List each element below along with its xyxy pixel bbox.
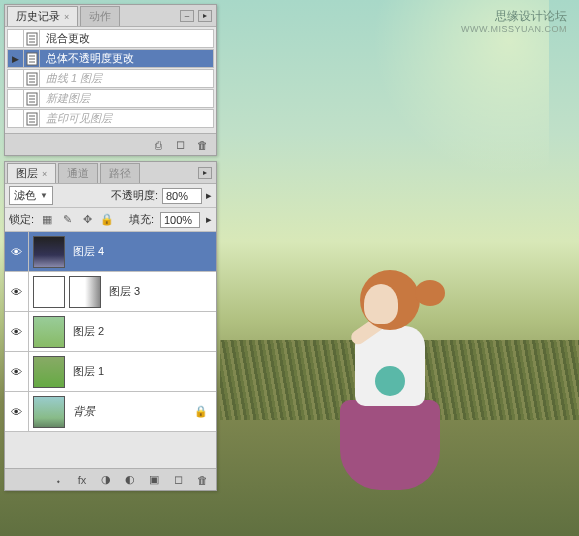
layer-thumbnail[interactable]: [33, 236, 65, 268]
history-item[interactable]: ▶总体不透明度更改: [7, 49, 214, 68]
new-layer-icon[interactable]: ◻: [170, 473, 186, 487]
history-item-label: 总体不透明度更改: [40, 51, 213, 66]
fill-slider-icon[interactable]: ▸: [206, 213, 212, 226]
history-step-icon: [24, 50, 40, 67]
fx-icon[interactable]: fx: [74, 473, 90, 487]
layer-thumbnail[interactable]: [33, 356, 65, 388]
fill-input[interactable]: 100%: [160, 212, 200, 228]
visibility-toggle[interactable]: 👁: [5, 312, 29, 351]
watermark-text: 思缘设计论坛: [495, 8, 567, 25]
chevron-down-icon: ▼: [40, 191, 48, 200]
layers-tab-bar: 图层× 通道 路径 ▸: [5, 162, 216, 184]
layer-label[interactable]: 图层 4: [65, 244, 216, 259]
layer-label[interactable]: 图层 1: [65, 364, 216, 379]
blend-mode-select[interactable]: 滤色 ▼: [9, 186, 53, 205]
trash-icon[interactable]: 🗑: [194, 473, 210, 487]
new-snapshot-icon[interactable]: ◻: [172, 138, 188, 152]
history-item-label: 混合更改: [40, 31, 213, 46]
visibility-toggle[interactable]: 👁: [5, 272, 29, 311]
watermark-url: WWW.MISSYUAN.COM: [461, 24, 567, 34]
history-marker-slot[interactable]: [8, 90, 24, 107]
tab-channels[interactable]: 通道: [58, 163, 98, 183]
blend-opacity-row: 滤色 ▼ 不透明度: 80% ▸: [5, 184, 216, 208]
lock-transparent-icon[interactable]: ▦: [40, 213, 54, 227]
group-icon[interactable]: ▣: [146, 473, 162, 487]
history-item[interactable]: 混合更改: [7, 29, 214, 48]
layer-row[interactable]: 👁背景🔒: [5, 392, 216, 432]
adjustment-icon[interactable]: ◐: [122, 473, 138, 487]
tab-history-label: 历史记录: [16, 10, 60, 22]
history-tab-bar: 历史记录× 动作 – ▸: [5, 5, 216, 27]
panel-menu-icon[interactable]: ▸: [198, 167, 212, 179]
layer-row[interactable]: 👁图层 2: [5, 312, 216, 352]
layer-label[interactable]: 背景: [65, 404, 194, 419]
history-footer: ⎙ ◻ 🗑: [5, 133, 216, 155]
eye-icon: 👁: [11, 246, 22, 258]
visibility-toggle[interactable]: 👁: [5, 352, 29, 391]
eye-icon: 👁: [11, 286, 22, 298]
fill-label: 填充:: [129, 212, 154, 227]
history-marker-slot[interactable]: [8, 110, 24, 127]
opacity-slider-icon[interactable]: ▸: [206, 189, 212, 202]
history-list: 混合更改▶总体不透明度更改曲线 1 图层新建图层盖印可见图层: [5, 27, 216, 131]
snapshot-icon[interactable]: ⎙: [150, 138, 166, 152]
layer-row[interactable]: 👁图层 3: [5, 272, 216, 312]
layer-label[interactable]: 图层 2: [65, 324, 216, 339]
history-step-icon: [24, 90, 40, 107]
tab-history[interactable]: 历史记录×: [7, 6, 78, 26]
layer-row[interactable]: 👁图层 4: [5, 232, 216, 272]
lock-icon: 🔒: [194, 405, 208, 418]
history-item-label: 盖印可见图层: [40, 111, 213, 126]
visibility-toggle[interactable]: 👁: [5, 232, 29, 271]
eye-icon: 👁: [11, 326, 22, 338]
mask-icon[interactable]: ◑: [98, 473, 114, 487]
trash-icon[interactable]: 🗑: [194, 138, 210, 152]
opacity-label: 不透明度:: [111, 188, 158, 203]
history-step-icon: [24, 70, 40, 87]
lock-brush-icon[interactable]: ✎: [60, 213, 74, 227]
tab-actions[interactable]: 动作: [80, 6, 120, 26]
lock-all-icon[interactable]: 🔒: [100, 213, 114, 227]
visibility-toggle[interactable]: 👁: [5, 392, 29, 431]
lock-move-icon[interactable]: ✥: [80, 213, 94, 227]
history-marker-slot[interactable]: ▶: [8, 50, 24, 67]
photo-figure: [300, 250, 500, 530]
history-step-icon: [24, 110, 40, 127]
lock-label: 锁定:: [9, 212, 34, 227]
history-item-label: 曲线 1 图层: [40, 71, 213, 86]
layer-mask-thumbnail[interactable]: [69, 276, 101, 308]
panel-minimize-icon[interactable]: –: [180, 10, 194, 22]
tab-paths[interactable]: 路径: [100, 163, 140, 183]
eye-icon: 👁: [11, 406, 22, 418]
link-layers-icon[interactable]: ⬩: [50, 473, 66, 487]
close-icon[interactable]: ×: [64, 12, 69, 22]
layer-thumbnail[interactable]: [33, 396, 65, 428]
history-marker-slot[interactable]: [8, 70, 24, 87]
layer-list: 👁图层 4👁图层 3👁图层 2👁图层 1👁背景🔒: [5, 232, 216, 432]
play-icon: ▶: [12, 54, 19, 64]
history-item[interactable]: 曲线 1 图层: [7, 69, 214, 88]
tab-layers-label: 图层: [16, 167, 38, 179]
lock-fill-row: 锁定: ▦ ✎ ✥ 🔒 填充: 100% ▸: [5, 208, 216, 232]
blend-mode-value: 滤色: [14, 188, 36, 203]
eye-icon: 👁: [11, 366, 22, 378]
layer-thumbnail[interactable]: [33, 316, 65, 348]
tab-layers[interactable]: 图层×: [7, 163, 56, 183]
layer-label[interactable]: 图层 3: [101, 284, 216, 299]
history-item[interactable]: 盖印可见图层: [7, 109, 214, 128]
close-icon[interactable]: ×: [42, 169, 47, 179]
panel-menu-icon[interactable]: ▸: [198, 10, 212, 22]
history-step-icon: [24, 30, 40, 47]
layer-thumbnail[interactable]: [33, 276, 65, 308]
layers-footer: ⬩ fx ◑ ◐ ▣ ◻ 🗑: [5, 468, 216, 490]
history-panel: 历史记录× 动作 – ▸ 混合更改▶总体不透明度更改曲线 1 图层新建图层盖印可…: [4, 4, 217, 156]
history-item[interactable]: 新建图层: [7, 89, 214, 108]
history-item-label: 新建图层: [40, 91, 213, 106]
layer-row[interactable]: 👁图层 1: [5, 352, 216, 392]
opacity-input[interactable]: 80%: [162, 188, 202, 204]
history-marker-slot[interactable]: [8, 30, 24, 47]
layers-panel: 图层× 通道 路径 ▸ 滤色 ▼ 不透明度: 80% ▸ 锁定: ▦ ✎ ✥ 🔒…: [4, 161, 217, 491]
